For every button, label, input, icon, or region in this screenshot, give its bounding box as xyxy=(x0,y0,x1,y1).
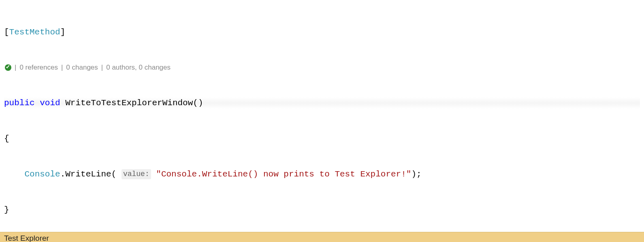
codelens-bar[interactable]: | 0 references | 0 changes | 0 authors, … xyxy=(4,62,640,73)
brace-open: { xyxy=(4,133,9,144)
codelens-authors[interactable]: 0 authors, 0 changes xyxy=(106,63,171,72)
panel-title[interactable]: Test Explorer xyxy=(0,232,644,242)
code-line-brace-open: { xyxy=(4,133,640,144)
code-line-brace-close: } xyxy=(4,204,640,216)
code-editor[interactable]: [TestMethod] | 0 references | 0 changes … xyxy=(0,0,644,232)
code-line-signature: public void WriteToTestExplorerWindow() xyxy=(4,97,640,109)
paren-open: ( xyxy=(111,168,117,180)
codelens-sep: | xyxy=(61,63,63,72)
codelens-sep: | xyxy=(15,63,16,72)
method-name: WriteToTestExplorerWindow xyxy=(65,97,193,109)
codelens-references[interactable]: 0 references xyxy=(19,63,58,72)
test-pass-icon xyxy=(5,64,11,71)
type-console: Console xyxy=(24,168,60,180)
paren-close: ); xyxy=(411,168,421,180)
kw-public: public xyxy=(4,97,35,109)
bracket-open: [ xyxy=(4,26,9,38)
code-line-body: Console.WriteLine( value: "Console.Write… xyxy=(4,168,640,180)
codelens-changes[interactable]: 0 changes xyxy=(66,63,98,72)
code-line-attribute: [TestMethod] xyxy=(4,26,640,38)
attribute-name: TestMethod xyxy=(9,26,60,38)
member-writeline: WriteLine xyxy=(65,168,111,180)
kw-void: void xyxy=(40,97,60,109)
panel-title-label: Test Explorer xyxy=(4,234,49,242)
brace-close: } xyxy=(4,204,9,216)
bracket-close: ] xyxy=(60,26,66,38)
codelens-sep: | xyxy=(101,63,103,72)
param-label: value: xyxy=(122,169,151,179)
dot: . xyxy=(60,168,66,180)
parens: () xyxy=(193,97,203,109)
string-literal: "Console.WriteLine() now prints to Test … xyxy=(156,168,411,180)
